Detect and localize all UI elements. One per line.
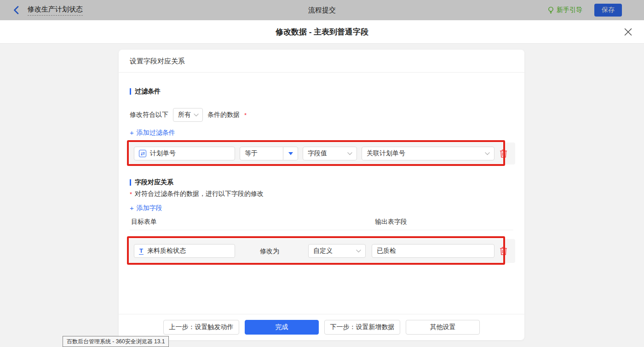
value-type-select[interactable]: 字段值: [303, 147, 357, 160]
match-suffix-label: 条件的数据: [207, 111, 240, 119]
filter-field-value: 计划单号: [150, 149, 176, 158]
operator-select[interactable]: 等于: [240, 147, 298, 160]
browser-status-tooltip: 百数后台管理系统 - 360安全浏览器 13.1: [63, 336, 169, 347]
other-settings-button[interactable]: 其他设置: [406, 320, 480, 335]
add-filter-condition-link[interactable]: + 添加过滤条件: [130, 129, 175, 137]
delete-filter-row-button[interactable]: [499, 149, 508, 158]
serial-field-type-icon: ⇄: [139, 150, 146, 157]
modify-mode-value: 自定义: [309, 247, 333, 255]
delete-mapping-row-button[interactable]: [499, 246, 508, 256]
plus-icon: +: [130, 130, 134, 136]
value-field-value: 关联计划单号: [362, 149, 405, 158]
match-prefix-label: 修改符合以下: [130, 111, 168, 119]
close-button[interactable]: [623, 27, 633, 37]
mapping-section-heading: 字段对应关系: [130, 178, 173, 187]
chevron-down-icon: [485, 152, 494, 155]
top-app-bar: 修改生产计划状态 流程提交 新手引导 保存: [0, 0, 644, 20]
divider: [130, 230, 513, 230]
column-header-target-form: 目标表单: [131, 218, 157, 226]
target-field-value: 来料质检状态: [147, 247, 186, 255]
chevron-down-icon: [356, 250, 365, 253]
match-mode-select[interactable]: 所有: [173, 108, 203, 122]
divider: [119, 314, 524, 314]
target-field-select[interactable]: T 来料质检状态: [134, 244, 235, 258]
column-header-output-field: 输出表字段: [375, 218, 407, 226]
text-field-type-icon: T: [139, 248, 144, 255]
modify-mode-select[interactable]: 自定义: [308, 244, 366, 258]
close-icon: [624, 28, 632, 36]
done-button[interactable]: 完成: [245, 320, 319, 335]
filter-section-heading: 过滤条件: [130, 87, 161, 96]
dialog-title: 修改数据 - 主表到普通字段: [276, 27, 368, 37]
filter-field-select[interactable]: ⇄ 计划单号: [134, 147, 235, 160]
next-step-button[interactable]: 下一步：设置新增数据: [324, 320, 400, 335]
lightbulb-icon: [547, 6, 554, 14]
caret-down-icon: [283, 147, 298, 160]
mapping-heading-label: 字段对应关系: [135, 178, 173, 187]
custom-value-text: 已质检: [372, 247, 396, 255]
settings-card: 设置字段对应关系 过滤条件 修改符合以下 所有 条件的数据 * + 添加过滤条件…: [119, 50, 524, 340]
beginner-guide-label: 新手引导: [557, 6, 582, 14]
trash-icon: [499, 149, 508, 158]
prev-step-button[interactable]: 上一步：设置触发动作: [163, 320, 239, 335]
add-filter-label: 添加过滤条件: [137, 129, 175, 137]
required-asterisk: *: [244, 112, 247, 119]
add-field-link[interactable]: + 添加字段: [130, 204, 162, 212]
filter-heading-label: 过滤条件: [135, 87, 161, 96]
modify-to-label: 修改为: [260, 244, 279, 258]
dialog-header: 修改数据 - 主表到普通字段: [0, 20, 644, 44]
mapping-description: 对符合过滤条件的数据，进行以下字段的修改: [135, 190, 264, 198]
add-field-label: 添加字段: [137, 204, 162, 212]
custom-value-input[interactable]: 已质检: [372, 244, 494, 258]
plus-icon: +: [130, 205, 134, 211]
section-bar-accent: [130, 179, 131, 186]
card-title: 设置字段对应关系: [130, 50, 185, 72]
chevron-down-icon: [347, 152, 356, 155]
value-type-value: 字段值: [303, 149, 327, 158]
value-field-select[interactable]: 关联计划单号: [362, 147, 494, 160]
chevron-down-icon: [194, 114, 199, 117]
divider: [119, 72, 524, 73]
required-asterisk: *: [130, 191, 132, 198]
operator-value: 等于: [240, 149, 258, 158]
save-button[interactable]: 保存: [594, 4, 622, 17]
section-bar-accent: [130, 88, 131, 95]
trash-icon: [499, 246, 508, 256]
beginner-guide-link[interactable]: 新手引导: [547, 6, 582, 14]
match-mode-value: 所有: [178, 111, 191, 119]
